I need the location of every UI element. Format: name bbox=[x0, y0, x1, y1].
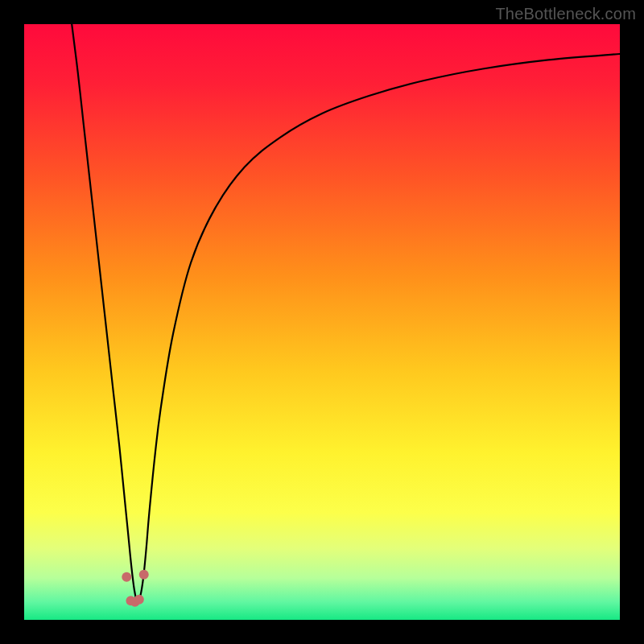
watermark-text: TheBottleneck.com bbox=[495, 5, 636, 23]
chart-frame: TheBottleneck.com bbox=[0, 0, 644, 644]
bottleneck-curve bbox=[24, 24, 620, 620]
curve-marker bbox=[134, 595, 144, 605]
curve-marker bbox=[122, 572, 131, 582]
curve-marker bbox=[139, 570, 149, 580]
plot-area bbox=[24, 24, 620, 620]
